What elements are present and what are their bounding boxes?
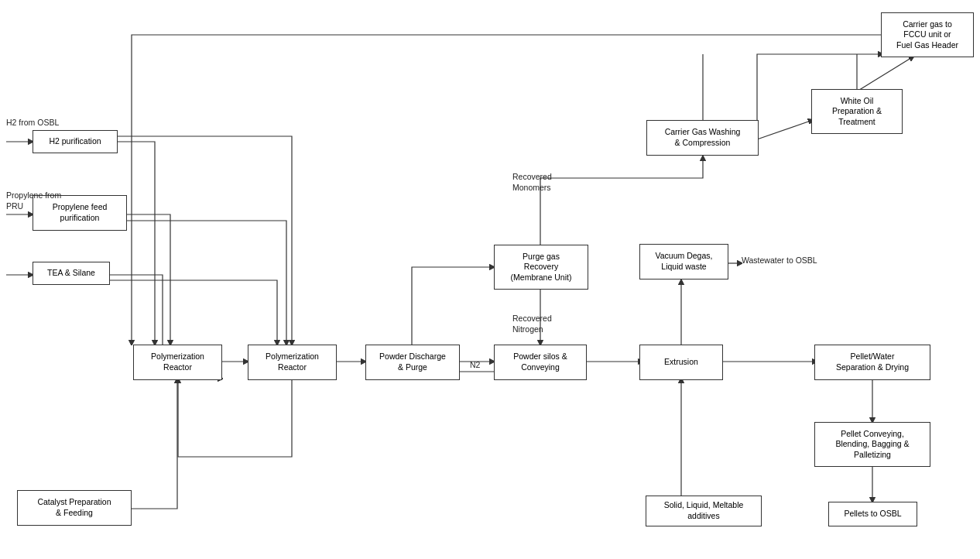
poly-reactor2-box: PolymerizationReactor: [248, 345, 337, 380]
diagram-container: H2 purification Propylene feedpurificati…: [0, 0, 980, 559]
extrusion-box: Extrusion: [639, 345, 723, 380]
svg-line-13: [757, 120, 813, 139]
pellets-osbl-box: Pellets to OSBL: [828, 502, 917, 526]
tea-silane-box: TEA & Silane: [33, 262, 110, 285]
powder-discharge-box: Powder Discharge& Purge: [365, 345, 460, 380]
poly-reactor1-box: PolymerizationReactor: [133, 345, 222, 380]
pellet-conveying-box: Pellet Conveying,Blending, Bagging &Pall…: [814, 422, 930, 467]
purge-gas-box: Purge gasRecovery(Membrane Unit): [494, 245, 588, 290]
pellet-water-sep-box: Pellet/WaterSeparation & Drying: [814, 345, 930, 380]
carrier-gas-washing-box: Carrier Gas Washing& Compression: [646, 120, 759, 156]
h2-purification-box: H2 purification: [33, 130, 118, 153]
catalyst-prep-box: Catalyst Preparation& Feeding: [17, 490, 132, 526]
powder-silos-box: Powder silos &Conveying: [494, 345, 587, 380]
flow-lines: [0, 0, 980, 559]
carrier-gas-fccu-box: Carrier gas toFCCU unit orFuel Gas Heade…: [881, 12, 974, 57]
white-oil-box: White OilPreparation &Treatment: [811, 89, 903, 134]
vacuum-degas-box: Vacuum Degas,Liquid waste: [639, 244, 728, 280]
recovered-nitrogen-label: RecoveredNitrogen: [512, 314, 552, 334]
recovered-monomers-label: RecoveredMonomers: [512, 172, 552, 193]
svg-line-14: [857, 57, 913, 91]
h2-from-osbl-label: H2 from OSBL: [6, 118, 59, 129]
wastewater-label: Wastewater to OSBL: [742, 255, 817, 266]
n2-label: N2: [470, 360, 480, 371]
propylene-from-pru-label: Propylene fromPRU: [6, 190, 61, 211]
solid-liquid-box: Solid, Liquid, Meltableadditives: [646, 496, 762, 526]
